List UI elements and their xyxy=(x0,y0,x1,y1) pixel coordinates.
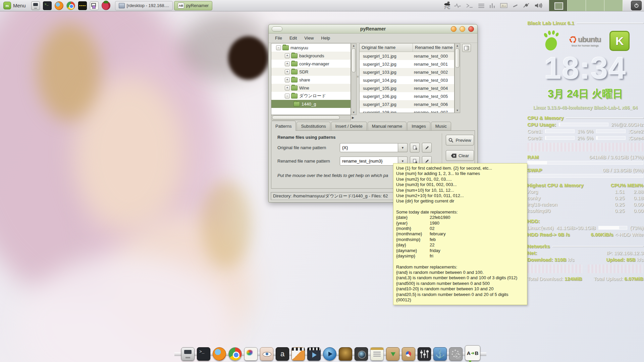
image-viewer-eye-icon[interactable] xyxy=(260,347,273,361)
connector-icon[interactable] xyxy=(523,3,530,8)
menu-file[interactable]: File xyxy=(271,34,286,42)
video-player-icon[interactable] xyxy=(307,347,321,361)
workspace-4[interactable] xyxy=(604,0,623,11)
tree-item-sdr[interactable]: +SDR xyxy=(271,68,351,76)
tab-images[interactable]: Images xyxy=(407,122,430,131)
volume-icon[interactable] xyxy=(534,3,542,8)
tree-item-share[interactable]: +share xyxy=(271,76,351,84)
tab-substitutions[interactable]: Substitutions xyxy=(297,122,330,131)
picture-icon[interactable] xyxy=(500,3,507,8)
workspace-1[interactable] xyxy=(549,0,568,11)
tree-horizontal-scrollbar[interactable] xyxy=(271,115,351,120)
file-row[interactable]: supergirl_105.jpgrename_test_004 xyxy=(360,84,454,92)
renamed-pattern-input[interactable] xyxy=(340,157,398,166)
oscilloscope-icon[interactable] xyxy=(78,1,87,10)
tab-manual-rename[interactable]: Manual rename xyxy=(368,122,407,131)
scroll-up-icon[interactable]: ▲ xyxy=(351,44,356,47)
column-original[interactable]: Original file name xyxy=(360,44,413,52)
collapse-icon[interactable]: - xyxy=(285,94,290,99)
file-row[interactable]: supergirl_107.jpgrename_test_006 xyxy=(360,100,454,108)
workspace-2[interactable] xyxy=(568,0,586,11)
scrollbar-thumb[interactable] xyxy=(272,116,340,120)
tree-item-1440g-selected[interactable]: 1440_g xyxy=(271,100,351,108)
menu-help[interactable]: Help xyxy=(317,34,334,42)
file-row[interactable]: supergirl_104.jpgrename_test_003 xyxy=(360,76,454,84)
power-button[interactable] xyxy=(631,1,642,10)
expand-icon[interactable]: + xyxy=(285,69,290,74)
tree-item-mansyuu[interactable]: -mansyuu xyxy=(271,44,351,52)
edit-pattern-button[interactable] xyxy=(422,143,432,153)
tab-insert-delete[interactable]: Insert / Delete xyxy=(331,122,367,131)
video-editor-clapper-icon[interactable] xyxy=(291,347,305,361)
scrollbar-thumb[interactable] xyxy=(352,48,356,72)
package-stats-icon[interactable] xyxy=(402,347,415,361)
scrollbar-thumb[interactable] xyxy=(455,48,460,68)
expand-icon[interactable]: + xyxy=(285,61,290,66)
movie-player-icon[interactable] xyxy=(323,347,336,361)
display-icon[interactable] xyxy=(181,347,195,361)
raspberry-icon[interactable] xyxy=(102,1,110,10)
pulse-icon[interactable] xyxy=(454,3,461,8)
file-row[interactable]: supergirl_108.jpgrename_test_007 xyxy=(360,108,454,113)
camera-lens-icon[interactable] xyxy=(355,347,368,361)
gears-icon[interactable] xyxy=(449,347,463,361)
window-button-pyrenamer[interactable]: AB pyRenamer xyxy=(174,1,212,10)
column-renamed[interactable]: Renamed file name xyxy=(413,44,454,52)
scroll-right-icon[interactable]: ▶ xyxy=(352,116,354,119)
package-installer-icon[interactable] xyxy=(386,347,399,361)
scroll-down-icon[interactable]: ▼ xyxy=(351,111,356,114)
firefox-icon[interactable] xyxy=(213,347,226,361)
notes-icon[interactable] xyxy=(370,347,384,361)
stylus-icon[interactable] xyxy=(512,3,518,8)
titlebar[interactable]: pyRenamer xyxy=(269,24,477,34)
file-list[interactable]: Original file name Renamed file name sup… xyxy=(359,43,454,113)
anchor-icon[interactable]: ⚓ xyxy=(433,347,447,361)
tree-item-conky-manager[interactable]: +conky-manager xyxy=(271,60,351,68)
tree-item-backgrounds[interactable]: +backgrounds xyxy=(271,52,351,60)
tab-music[interactable]: Music xyxy=(431,122,451,131)
collapse-icon[interactable]: - xyxy=(276,45,281,50)
original-pattern-input[interactable] xyxy=(340,143,398,152)
chrome-icon[interactable] xyxy=(66,1,75,10)
tree-item-downloads[interactable]: -ダウンロード xyxy=(271,92,351,100)
tree-item-wine[interactable]: +Wine xyxy=(271,84,351,92)
insert-pattern-button[interactable] xyxy=(410,143,420,153)
audio-mixer-icon[interactable] xyxy=(418,347,431,361)
prompt-icon[interactable] xyxy=(466,3,473,8)
menu-button[interactable]: m Menu xyxy=(0,0,29,11)
minimize-button[interactable] xyxy=(451,26,457,32)
scroll-up-icon[interactable]: ▲ xyxy=(455,44,460,47)
file-row[interactable]: supergirl_103.jpgrename_test_002 xyxy=(360,68,454,76)
window-button-rdesktop[interactable]: [rdesktop - 192.168.... xyxy=(115,1,173,10)
hamburger-icon[interactable] xyxy=(478,3,485,8)
file-row[interactable]: supergirl_106.jpgrename_test_005 xyxy=(360,92,454,100)
file-row[interactable]: supergirl_101.jpgrename_test_000 xyxy=(360,52,454,60)
tab-patterns[interactable]: Patterns xyxy=(271,121,296,131)
expand-icon[interactable]: + xyxy=(285,53,290,58)
terminal-icon[interactable] xyxy=(43,1,52,10)
game-ornament-icon[interactable] xyxy=(339,347,352,361)
weather-indicator[interactable]: 7°C xyxy=(444,1,450,10)
expand-icon[interactable]: + xyxy=(285,77,290,82)
pane-splitter[interactable]: ≡ xyxy=(357,75,359,78)
clear-button[interactable]: Clear xyxy=(446,150,474,161)
firefox-icon[interactable] xyxy=(55,1,63,10)
terminal-icon[interactable] xyxy=(197,347,210,361)
amazon-icon[interactable]: a xyxy=(276,347,289,361)
signal-tool-icon[interactable] xyxy=(90,1,99,10)
equalizer-bars-icon[interactable] xyxy=(489,3,495,8)
file-row[interactable]: supergirl_102.jpgrename_test_001 xyxy=(360,60,454,68)
workspace-3[interactable] xyxy=(586,0,604,11)
preview-button[interactable]: Preview xyxy=(446,135,474,145)
folder-tree[interactable]: -mansyuu +backgrounds +conky-manager +SD… xyxy=(271,43,351,115)
menu-view[interactable]: View xyxy=(301,34,317,42)
close-button[interactable] xyxy=(468,26,474,32)
menu-edit[interactable]: Edit xyxy=(286,34,301,42)
chevron-down-icon[interactable]: ▼ xyxy=(398,143,408,152)
list-options-button[interactable] xyxy=(462,44,471,52)
graphics-paint-icon[interactable] xyxy=(244,347,258,361)
expand-icon[interactable]: + xyxy=(285,85,290,90)
pyrenamer-ab-icon[interactable]: A➜B xyxy=(465,345,480,361)
display-icon[interactable] xyxy=(31,1,40,10)
scroll-down-icon[interactable]: ▼ xyxy=(455,109,460,112)
